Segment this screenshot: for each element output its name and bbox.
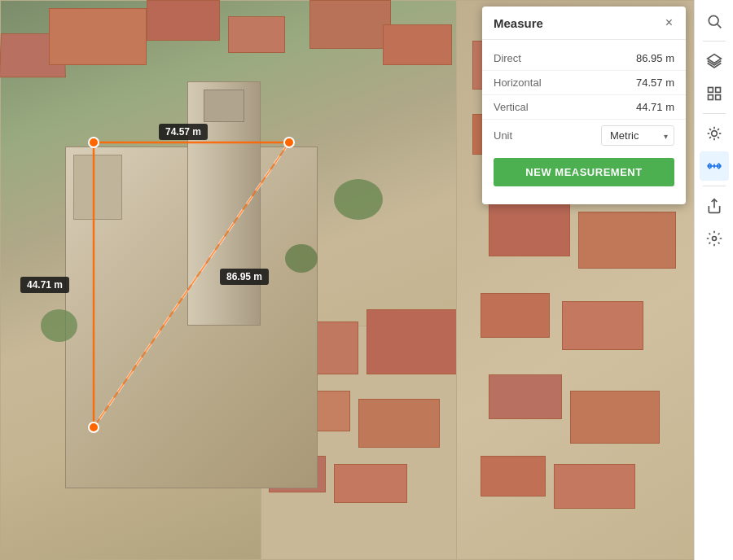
- map-container: 74.57 m 86.95 m 44.71 m Measure × Direct…: [0, 0, 733, 560]
- adjust-button[interactable]: [700, 119, 729, 148]
- search-icon: [706, 13, 722, 29]
- layers-icon: [706, 53, 722, 69]
- sun-icon: [706, 125, 722, 142]
- svg-point-27: [712, 237, 716, 241]
- svg-line-22: [709, 137, 711, 138]
- toolbar-divider-3: [703, 186, 726, 186]
- toolbar-divider-1: [703, 41, 726, 42]
- share-button[interactable]: [700, 191, 729, 221]
- direct-value: 86.95 m: [636, 52, 674, 64]
- svg-point-7: [709, 15, 718, 25]
- panel-body: Direct 86.95 m Horizontal 74.57 m Vertic…: [482, 40, 686, 204]
- svg-line-21: [718, 129, 719, 130]
- svg-rect-13: [715, 95, 720, 100]
- svg-line-19: [709, 129, 711, 130]
- tree2: [285, 244, 318, 273]
- direct-label: Direct: [494, 52, 559, 64]
- vertical-value: 44.71 m: [636, 101, 674, 113]
- horizontal-value: 74.57 m: [636, 77, 674, 89]
- settings-button[interactable]: [700, 224, 729, 253]
- search-button[interactable]: [700, 7, 729, 36]
- svg-line-8: [717, 24, 721, 28]
- gear-icon: [706, 230, 722, 247]
- direct-row: Direct 86.95 m: [482, 46, 686, 71]
- panel-header: Measure ×: [482, 7, 686, 40]
- vertical-row: Vertical 44.71 m: [482, 95, 686, 120]
- layers-button[interactable]: [700, 46, 729, 76]
- svg-rect-12: [708, 95, 713, 100]
- measure-icon: [706, 158, 722, 174]
- vertical-label: Vertical: [494, 101, 559, 113]
- unit-select-wrapper: Metric Imperial ▾: [601, 125, 674, 146]
- unit-select[interactable]: Metric Imperial: [601, 125, 674, 146]
- unit-label: Unit: [494, 129, 559, 142]
- panel-title: Measure: [494, 16, 543, 30]
- svg-rect-10: [708, 88, 713, 93]
- svg-line-20: [718, 137, 719, 138]
- side-tower: [73, 155, 122, 220]
- unit-row: Unit Metric Imperial ▾: [482, 120, 686, 151]
- close-button[interactable]: ×: [664, 15, 674, 31]
- share-icon: [706, 198, 722, 214]
- new-measurement-button[interactable]: NEW MEASUREMENT: [494, 158, 674, 186]
- svg-point-14: [711, 131, 717, 137]
- grid-icon: [706, 85, 722, 102]
- grid-button[interactable]: [700, 79, 729, 108]
- tower-top: [204, 90, 244, 122]
- toolbar-divider-2: [703, 113, 726, 114]
- tree-cluster: [334, 179, 383, 220]
- right-toolbar: [694, 0, 733, 560]
- svg-rect-11: [715, 88, 720, 93]
- measure-panel: Measure × Direct 86.95 m Horizontal 74.5…: [482, 7, 686, 204]
- tree3: [41, 309, 77, 342]
- horizontal-label: Horizontal: [494, 77, 559, 89]
- horizontal-row: Horizontal 74.57 m: [482, 71, 686, 95]
- measure-button[interactable]: [700, 151, 729, 181]
